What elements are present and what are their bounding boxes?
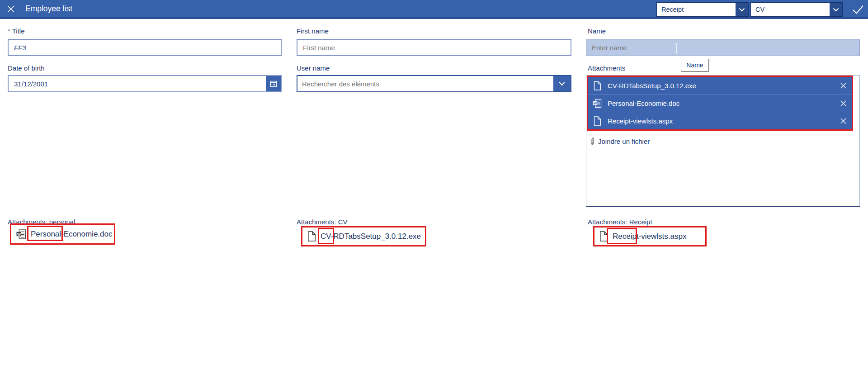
attach-file-link[interactable]: Joindre un fichier [590, 137, 650, 146]
date-of-birth-label: Date of birth [8, 64, 45, 72]
chevron-down-icon[interactable] [830, 3, 842, 16]
attachment-row[interactable]: W Personal-Economie.doc [588, 94, 852, 112]
close-icon [7, 5, 15, 13]
remove-attachment-button[interactable] [840, 82, 847, 89]
attachment-file-name: Personal-Economie.doc [31, 230, 112, 239]
chevron-down-icon[interactable] [736, 3, 748, 16]
paperclip-icon [590, 137, 595, 146]
receipt-dropdown[interactable]: Receipt [656, 2, 749, 17]
first-name-label: First name [297, 27, 329, 35]
word-file-icon: W [593, 99, 602, 108]
title-label-text: Title [12, 27, 25, 35]
word-file-icon: W [16, 229, 26, 240]
attachments-panel: CV-RDTabsSetup_3.0.12.exe W Personal-Eco… [586, 75, 860, 207]
attachment-link-receipt[interactable]: Receipt-viewlsts.aspx [593, 226, 707, 246]
remove-attachment-button[interactable] [840, 117, 847, 124]
date-of-birth-input[interactable] [8, 75, 282, 92]
title-input[interactable] [8, 39, 282, 56]
attachments-label: Attachments [588, 64, 625, 72]
employee-form-window: Employee list Receipt CV * Title First n… [0, 0, 868, 379]
attachment-file-name: Personal-Economie.doc [608, 99, 679, 107]
attachment-file-name: Receipt-viewlsts.aspx [613, 232, 686, 241]
chevron-down-icon[interactable] [553, 76, 571, 91]
name-label: Name [588, 27, 606, 35]
attach-file-label: Joindre un fichier [598, 137, 650, 145]
attachment-file-name: CV-RDTabsSetup_3.0.12.exe [608, 82, 696, 90]
svg-text:W: W [594, 101, 597, 105]
user-name-input[interactable] [297, 76, 553, 91]
attachment-file-list: CV-RDTabsSetup_3.0.12.exe W Personal-Eco… [587, 76, 853, 131]
attachments-cv-label: Attachments: CV [297, 218, 348, 226]
attachment-file-name: CV-RDTabsSetup_3.0.12.exe [321, 232, 421, 241]
attachment-row[interactable]: CV-RDTabsSetup_3.0.12.exe [588, 77, 852, 94]
calendar-icon [270, 80, 277, 87]
title-bar: Employee list Receipt CV [0, 0, 868, 19]
check-icon [852, 5, 864, 14]
date-picker-button[interactable] [266, 76, 281, 91]
name-tooltip: Name [681, 59, 709, 71]
file-icon [593, 81, 602, 90]
remove-attachment-button[interactable] [840, 99, 847, 107]
cv-dropdown-value: CV [751, 3, 830, 16]
confirm-button[interactable] [852, 4, 864, 15]
receipt-dropdown-value: Receipt [657, 3, 736, 16]
file-icon [307, 231, 316, 242]
file-icon [599, 231, 608, 242]
cv-dropdown[interactable]: CV [750, 2, 843, 17]
attachment-file-name: Receipt-viewlsts.aspx [608, 117, 673, 125]
user-name-picker[interactable] [297, 75, 571, 92]
required-marker: * [8, 27, 10, 35]
svg-text:W: W [17, 232, 21, 236]
file-icon [593, 116, 602, 126]
user-name-label: User name [297, 64, 330, 72]
close-button[interactable] [6, 5, 15, 14]
title-label: * Title [8, 27, 25, 35]
first-name-input[interactable] [297, 39, 571, 56]
attachments-receipt-label: Attachments: Receipt [588, 218, 652, 226]
name-input[interactable] [586, 39, 860, 56]
attachment-row[interactable]: Receipt-viewlsts.aspx [588, 112, 852, 129]
attachment-link-cv[interactable]: CV-RDTabsSetup_3.0.12.exe [301, 226, 426, 246]
attachment-link-personal[interactable]: W Personal-Economie.doc [10, 223, 115, 245]
page-title: Employee list [25, 0, 72, 17]
